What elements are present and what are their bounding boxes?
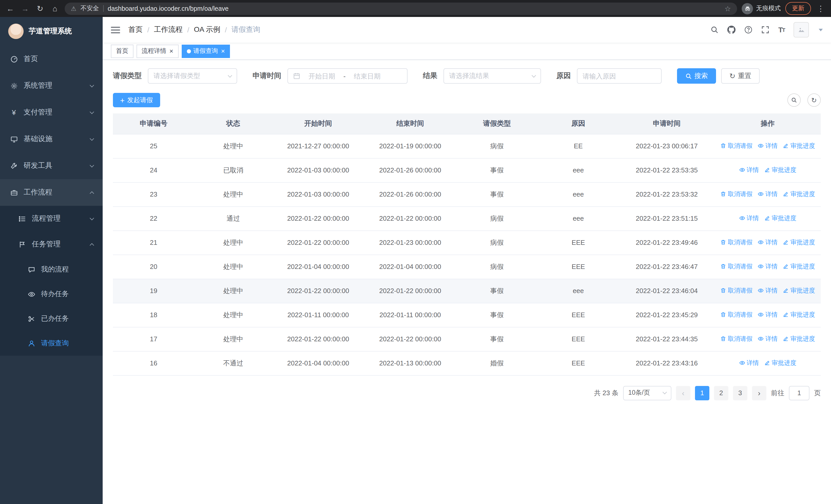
- prev-page-button[interactable]: ‹: [676, 386, 690, 400]
- cancel-leave-link[interactable]: 取消请假: [720, 262, 752, 271]
- leave-type-select[interactable]: 请选择请假类型: [148, 68, 237, 84]
- detail-link[interactable]: 详情: [739, 166, 759, 175]
- approval-progress-link[interactable]: 审批进度: [783, 310, 815, 319]
- fullscreen-icon[interactable]: [762, 26, 770, 34]
- approval-progress-link[interactable]: 审批进度: [783, 335, 815, 343]
- sidebar-item-home[interactable]: 首页: [0, 46, 103, 72]
- menu-kebab-icon[interactable]: ⋮: [815, 5, 826, 12]
- reset-button[interactable]: ↻ 重置: [721, 68, 760, 84]
- table-row: 23处理中2022-01-03 00:00:002022-01-26 00:00…: [113, 182, 821, 206]
- update-button[interactable]: 更新: [785, 2, 811, 15]
- edit-icon: [783, 288, 789, 294]
- hamburger-icon[interactable]: [111, 26, 120, 34]
- sidebar-item-devtools[interactable]: 研发工具: [0, 152, 103, 179]
- url-text[interactable]: dashboard.yudao.iocoder.cn/bpm/oa/leave: [108, 5, 720, 12]
- sidebar-item-done-tasks[interactable]: 已办任务: [0, 306, 103, 331]
- refresh-table-button[interactable]: ↻: [807, 93, 821, 107]
- cancel-leave-link[interactable]: 取消请假: [720, 335, 752, 343]
- sidebar-item-todo-tasks[interactable]: 待办任务: [0, 282, 103, 306]
- toggle-search-button[interactable]: [787, 93, 801, 107]
- page-button-2[interactable]: 2: [714, 386, 728, 400]
- toolbar-right: ↻: [787, 93, 821, 107]
- breadcrumb-item[interactable]: 工作流程: [154, 25, 183, 34]
- chevron-down-icon: [228, 73, 232, 78]
- approval-progress-link[interactable]: 审批进度: [783, 142, 815, 150]
- result-select[interactable]: 请选择流结果: [443, 68, 541, 84]
- cell-apply-id: 17: [113, 327, 194, 351]
- detail-link[interactable]: 详情: [757, 190, 778, 199]
- page-size-select[interactable]: 10条/页: [623, 386, 671, 400]
- cell-apply-id: 23: [113, 182, 194, 206]
- approval-progress-link[interactable]: 审批进度: [783, 238, 815, 247]
- sidebar-item-process-management[interactable]: 流程管理: [0, 206, 103, 232]
- detail-link[interactable]: 详情: [739, 214, 759, 223]
- detail-link[interactable]: 详情: [757, 287, 778, 295]
- action-label: 审批进度: [791, 287, 815, 295]
- search-button[interactable]: 搜索: [677, 68, 716, 84]
- tab-process-detail[interactable]: 流程详情 ×: [137, 45, 178, 58]
- help-icon[interactable]: [745, 26, 753, 34]
- yen-icon: ¥: [9, 108, 19, 117]
- cancel-leave-link[interactable]: 取消请假: [720, 287, 752, 295]
- sidebar-item-task-management[interactable]: 任务管理: [0, 232, 103, 257]
- app-logo[interactable]: 芋道管理系统: [0, 17, 103, 46]
- breadcrumb-item[interactable]: OA 示例: [194, 25, 221, 34]
- url-bar[interactable]: ⚠ 不安全 dashboard.yudao.iocoder.cn/bpm/oa/…: [65, 2, 737, 14]
- detail-link[interactable]: 详情: [757, 335, 778, 343]
- eye-icon: [757, 264, 764, 270]
- forward-icon[interactable]: →: [20, 5, 30, 12]
- approval-progress-link[interactable]: 审批进度: [783, 190, 815, 199]
- close-icon[interactable]: ×: [221, 48, 225, 54]
- approval-progress-link[interactable]: 审批进度: [764, 359, 796, 367]
- sidebar-item-payment[interactable]: ¥ 支付管理: [0, 99, 103, 126]
- reload-icon[interactable]: ↻: [35, 5, 45, 12]
- next-page-button[interactable]: ›: [752, 386, 766, 400]
- sidebar-item-infrastructure[interactable]: 基础设施: [0, 126, 103, 152]
- back-icon[interactable]: ←: [5, 5, 16, 12]
- goto-page-input[interactable]: [789, 386, 809, 400]
- detail-link[interactable]: 详情: [757, 238, 778, 247]
- breadcrumb-item[interactable]: 首页: [128, 25, 143, 34]
- home-icon[interactable]: ⌂: [50, 5, 60, 12]
- sidebar-item-my-process[interactable]: 我的流程: [0, 257, 103, 282]
- approval-progress-link[interactable]: 审批进度: [764, 214, 796, 223]
- cell-status: 通过: [194, 206, 272, 231]
- cancel-leave-link[interactable]: 取消请假: [720, 142, 752, 150]
- security-warning-label[interactable]: 不安全: [81, 4, 99, 13]
- cancel-leave-link[interactable]: 取消请假: [720, 190, 752, 199]
- search-icon[interactable]: [711, 26, 719, 34]
- cancel-leave-link[interactable]: 取消请假: [720, 238, 752, 247]
- start-date-input[interactable]: [302, 72, 341, 80]
- reason-input[interactable]: [582, 72, 656, 80]
- page-button-1[interactable]: 1: [695, 386, 709, 400]
- tab-home[interactable]: 首页: [111, 45, 134, 58]
- tab-leave-query[interactable]: 请假查询 ×: [181, 45, 230, 58]
- eye-icon: [739, 360, 745, 366]
- end-date-input[interactable]: [348, 72, 387, 80]
- github-icon[interactable]: [727, 26, 736, 34]
- detail-link[interactable]: 详情: [757, 142, 778, 150]
- cancel-leave-link[interactable]: 取消请假: [720, 310, 752, 319]
- cell-leave-type: 事假: [456, 158, 538, 182]
- detail-link[interactable]: 详情: [757, 262, 778, 271]
- breadcrumb-item-current: 请假查询: [231, 25, 260, 34]
- chevron-down-icon: [90, 83, 94, 87]
- apply-time-range-picker[interactable]: -: [287, 68, 407, 84]
- sidebar-item-leave-query[interactable]: 请假查询: [0, 331, 103, 356]
- chevron-down-icon[interactable]: [819, 28, 823, 31]
- approval-progress-link[interactable]: 审批进度: [764, 166, 796, 175]
- bookmark-star-icon[interactable]: ☆: [724, 4, 731, 12]
- approval-progress-link[interactable]: 审批进度: [783, 287, 815, 295]
- user-avatar[interactable]: [794, 22, 809, 37]
- table-row: 20处理中2022-01-04 00:00:002022-01-04 00:00…: [113, 255, 821, 279]
- cell-end-time: 2022-01-11 00:00:00: [364, 303, 456, 327]
- page-button-3[interactable]: 3: [733, 386, 747, 400]
- font-size-icon[interactable]: TT: [778, 26, 785, 34]
- sidebar-item-system[interactable]: 系统管理: [0, 72, 103, 99]
- approval-progress-link[interactable]: 审批进度: [783, 262, 815, 271]
- detail-link[interactable]: 详情: [739, 359, 759, 367]
- detail-link[interactable]: 详情: [757, 310, 778, 319]
- create-leave-button[interactable]: + 发起请假: [113, 93, 160, 107]
- close-icon[interactable]: ×: [169, 48, 173, 54]
- sidebar-item-workflow[interactable]: 工作流程: [0, 179, 103, 206]
